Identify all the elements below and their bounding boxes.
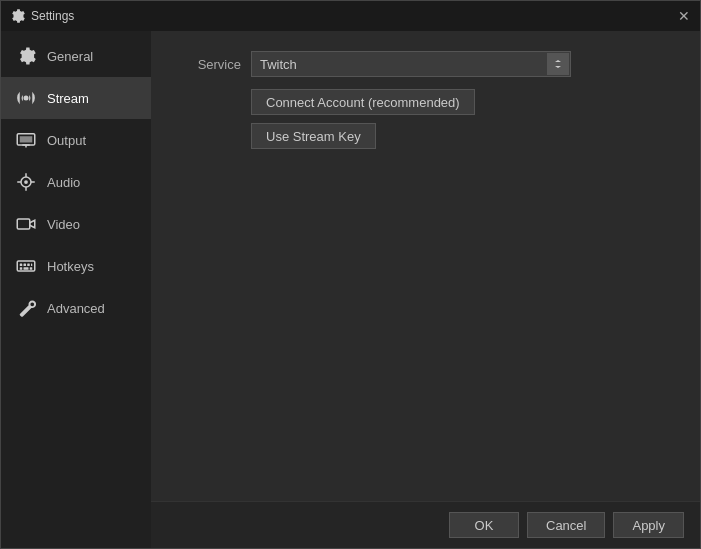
settings-window: Settings ✕ General — [0, 0, 701, 549]
use-stream-key-button[interactable]: Use Stream Key — [251, 123, 376, 149]
service-select[interactable]: Twitch YouTube Facebook Live Custom... — [251, 51, 571, 77]
connect-account-button[interactable]: Connect Account (recommended) — [251, 89, 475, 115]
svg-rect-11 — [24, 264, 27, 267]
output-icon — [15, 129, 37, 151]
sidebar-item-label: General — [47, 49, 93, 64]
sidebar-item-audio[interactable]: Audio — [1, 161, 151, 203]
keyboard-icon — [15, 255, 37, 277]
svg-point-0 — [24, 96, 29, 101]
video-icon — [15, 213, 37, 235]
sidebar-item-label: Video — [47, 217, 80, 232]
main-area: Service Twitch YouTube Facebook Live Cus… — [151, 31, 700, 548]
close-button[interactable]: ✕ — [676, 8, 692, 24]
apply-button[interactable]: Apply — [613, 512, 684, 538]
sidebar-item-label: Output — [47, 133, 86, 148]
sidebar-item-general[interactable]: General — [1, 35, 151, 77]
svg-point-6 — [24, 180, 28, 184]
svg-rect-15 — [24, 267, 29, 270]
sidebar-item-label: Audio — [47, 175, 80, 190]
sidebar-item-label: Advanced — [47, 301, 105, 316]
svg-rect-12 — [27, 264, 30, 267]
service-select-wrapper: Twitch YouTube Facebook Live Custom... — [251, 51, 571, 77]
svg-marker-8 — [30, 220, 35, 228]
service-label: Service — [181, 57, 241, 72]
sidebar-item-video[interactable]: Video — [1, 203, 151, 245]
title-settings-icon — [9, 8, 25, 24]
main-content: Service Twitch YouTube Facebook Live Cus… — [151, 31, 700, 501]
svg-rect-2 — [20, 136, 33, 142]
svg-rect-10 — [20, 264, 23, 267]
sidebar-item-stream[interactable]: Stream — [1, 77, 151, 119]
sidebar-item-hotkeys[interactable]: Hotkeys — [1, 245, 151, 287]
svg-rect-13 — [31, 264, 32, 267]
ok-button[interactable]: OK — [449, 512, 519, 538]
buttons-row: Connect Account (recommended) Use Stream… — [251, 89, 670, 149]
sidebar-item-advanced[interactable]: Advanced — [1, 287, 151, 329]
gear-icon — [15, 45, 37, 67]
content-area: General Stream — [1, 31, 700, 548]
sidebar-item-output[interactable]: Output — [1, 119, 151, 161]
title-bar-left: Settings — [9, 8, 74, 24]
sidebar-item-label: Stream — [47, 91, 89, 106]
sidebar-item-label: Hotkeys — [47, 259, 94, 274]
svg-rect-7 — [17, 219, 30, 229]
title-bar: Settings ✕ — [1, 1, 700, 31]
service-row: Service Twitch YouTube Facebook Live Cus… — [181, 51, 670, 77]
svg-rect-16 — [30, 267, 33, 270]
wrench-icon — [15, 297, 37, 319]
stream-icon — [15, 87, 37, 109]
footer: OK Cancel Apply — [151, 501, 700, 548]
cancel-button[interactable]: Cancel — [527, 512, 605, 538]
svg-rect-14 — [20, 267, 23, 270]
sidebar: General Stream — [1, 31, 151, 548]
audio-icon — [15, 171, 37, 193]
title-text: Settings — [31, 9, 74, 23]
